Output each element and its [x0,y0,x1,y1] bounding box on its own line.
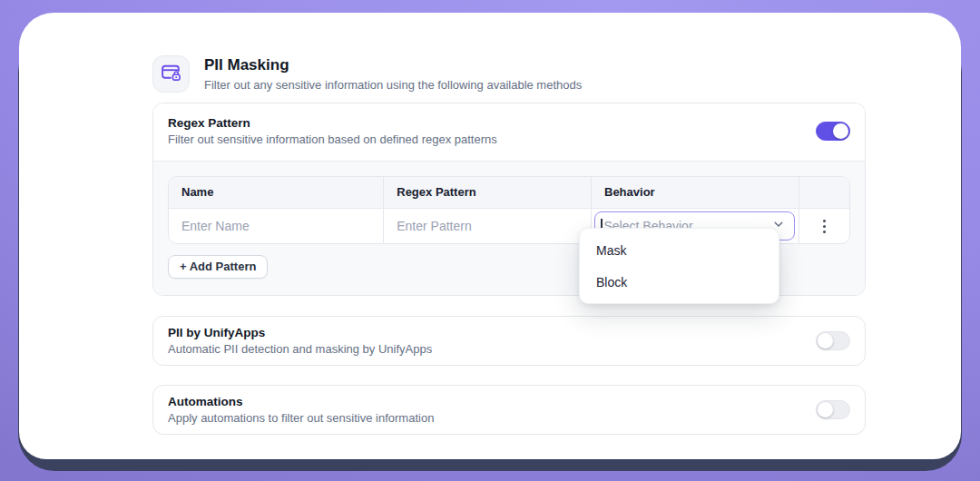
pii-by-unifyapps-section: PII by UnifyApps Automatic PII detection… [152,316,866,366]
table-header-row: Name Regex Pattern Behavior [169,177,849,209]
pii-section-title: PII by UnifyApps [168,325,432,340]
regex-section-title: Regex Pattern [168,115,497,131]
row-actions-cell [799,209,849,243]
page-header: PII Masking Filter out any sensitive inf… [152,55,866,93]
automations-section: Automations Apply automations to filter … [152,385,866,435]
automations-toggle[interactable] [816,400,850,419]
toggle-knob [818,333,833,348]
column-header-name: Name [169,177,383,208]
pattern-cell [383,209,591,243]
pii-section-subtitle: Automatic PII detection and masking by U… [168,342,432,357]
regex-section-subtitle: Filter out sensitive information based o… [168,133,497,147]
pattern-input[interactable] [384,209,591,243]
dropdown-option-block[interactable]: Block [580,266,779,298]
behavior-dropdown-menu: Mask Block [579,228,779,304]
pii-by-unifyapps-toggle[interactable] [816,331,850,350]
toggle-knob [833,123,848,139]
card-lock-icon [160,61,182,87]
name-cell [169,209,383,243]
regex-pattern-toggle[interactable] [816,122,850,141]
column-header-regex-pattern: Regex Pattern [383,177,591,208]
page-subtitle: Filter out any sensitive information usi… [204,77,582,93]
settings-panel: PII Masking Filter out any sensitive inf… [19,13,961,459]
column-header-actions [799,177,849,208]
pii-masking-icon-box [152,55,190,93]
toggle-knob [818,402,833,417]
add-pattern-button[interactable]: + Add Pattern [168,255,268,279]
row-menu-button[interactable] [818,214,831,239]
automations-section-title: Automations [168,394,434,409]
page-title: PII Masking [204,55,582,74]
name-input[interactable] [169,209,383,243]
column-header-behavior: Behavior [591,177,799,208]
automations-section-subtitle: Apply automations to filter out sensitiv… [168,411,434,426]
dropdown-option-mask[interactable]: Mask [580,234,779,266]
